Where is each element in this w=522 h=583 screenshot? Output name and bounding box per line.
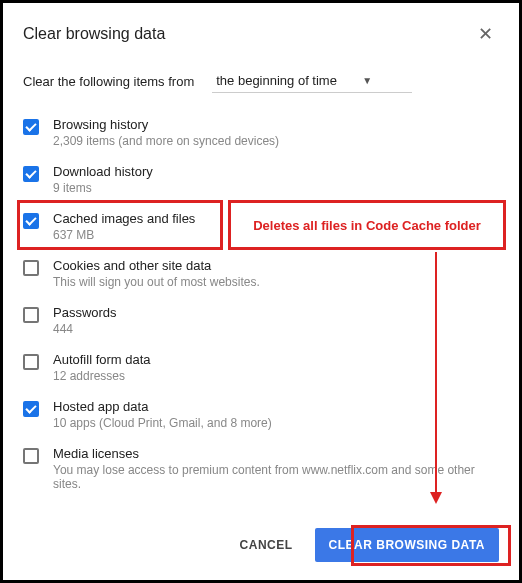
clear-browsing-data-button[interactable]: CLEAR BROWSING DATA: [315, 528, 499, 562]
item-subtitle: 637 MB: [53, 228, 499, 242]
checkbox-browsing-history[interactable]: [23, 119, 39, 135]
item-title: Hosted app data: [53, 399, 499, 414]
item-title: Autofill form data: [53, 352, 499, 367]
checkbox-cookies[interactable]: [23, 260, 39, 276]
item-hosted-app: Hosted app data 10 apps (Cloud Print, Gm…: [23, 391, 499, 438]
item-subtitle: You may lose access to premium content f…: [53, 463, 499, 491]
item-subtitle: This will sign you out of most websites.: [53, 275, 499, 289]
item-media-licenses: Media licenses You may lose access to pr…: [23, 438, 499, 499]
item-subtitle: 9 items: [53, 181, 499, 195]
dialog-buttons: CANCEL CLEAR BROWSING DATA: [228, 528, 499, 562]
item-passwords: Passwords 444: [23, 297, 499, 344]
dialog-header: Clear browsing data ✕: [23, 21, 499, 47]
time-range-select[interactable]: the beginning of time ▼: [212, 69, 412, 93]
item-subtitle: 12 addresses: [53, 369, 499, 383]
item-title: Cookies and other site data: [53, 258, 499, 273]
item-title: Passwords: [53, 305, 499, 320]
item-download-history: Download history 9 items: [23, 156, 499, 203]
checkbox-hosted-app[interactable]: [23, 401, 39, 417]
item-subtitle: 10 apps (Cloud Print, Gmail, and 8 more): [53, 416, 499, 430]
checkbox-download-history[interactable]: [23, 166, 39, 182]
dialog-title: Clear browsing data: [23, 25, 165, 43]
close-icon[interactable]: ✕: [472, 21, 499, 47]
item-title: Browsing history: [53, 117, 499, 132]
checkbox-media-licenses[interactable]: [23, 448, 39, 464]
item-cookies: Cookies and other site data This will si…: [23, 250, 499, 297]
item-subtitle: 444: [53, 322, 499, 336]
time-range-label: Clear the following items from: [23, 74, 194, 89]
item-title: Media licenses: [53, 446, 499, 461]
time-range-value: the beginning of time: [216, 73, 337, 88]
item-autofill: Autofill form data 12 addresses: [23, 344, 499, 391]
time-range-row: Clear the following items from the begin…: [23, 69, 499, 93]
item-title: Cached images and files: [53, 211, 499, 226]
item-subtitle: 2,309 items (and more on synced devices): [53, 134, 499, 148]
cancel-button[interactable]: CANCEL: [228, 528, 305, 562]
checkbox-autofill[interactable]: [23, 354, 39, 370]
item-title: Download history: [53, 164, 499, 179]
items-list: Browsing history 2,309 items (and more o…: [23, 109, 499, 499]
chevron-down-icon: ▼: [362, 75, 372, 86]
checkbox-passwords[interactable]: [23, 307, 39, 323]
item-browsing-history: Browsing history 2,309 items (and more o…: [23, 109, 499, 156]
checkbox-cached-images[interactable]: [23, 213, 39, 229]
item-cached-images: Cached images and files 637 MB: [23, 203, 499, 250]
clear-browsing-data-dialog: Clear browsing data ✕ Clear the followin…: [3, 3, 519, 499]
